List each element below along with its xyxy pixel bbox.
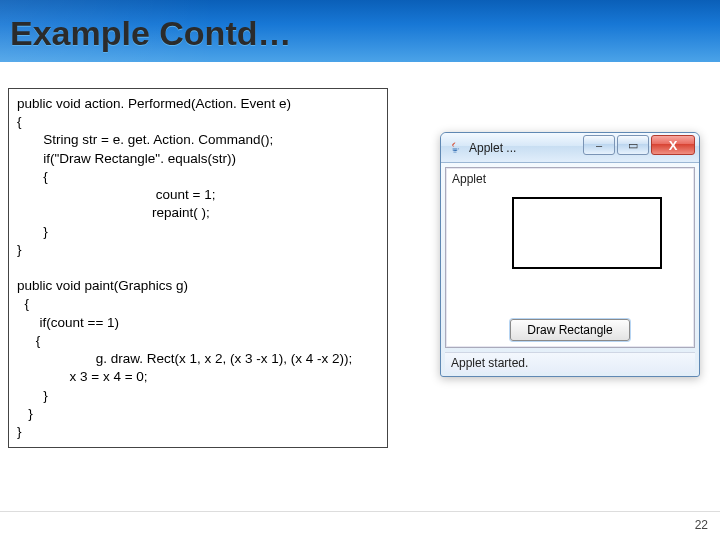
code-line: { [17,114,22,129]
draw-rectangle-button[interactable]: Draw Rectangle [510,319,629,341]
page-number: 22 [695,518,708,532]
applet-window: Applet ... – ▭ X Applet Draw Rectangle A… [440,132,700,377]
code-line: } [17,242,22,257]
code-line: count = 1; [17,187,215,202]
code-line: if(count == 1) [17,315,119,330]
code-line: } [17,388,48,403]
window-titlebar[interactable]: Applet ... – ▭ X [441,133,699,163]
minimize-button[interactable]: – [583,135,615,155]
applet-label: Applet [452,172,688,186]
close-icon: X [669,138,678,153]
applet-client-area: Applet Draw Rectangle [445,167,695,348]
drawn-rectangle [512,197,662,269]
java-icon [447,140,463,156]
code-line: { [17,169,48,184]
code-line: if("Draw Rectangle". equals(str)) [17,151,236,166]
code-line: repaint( ); [17,205,210,220]
code-line: } [17,224,48,239]
code-line: } [17,424,22,439]
footer-rule [0,511,720,512]
code-line: { [17,296,29,311]
window-buttons: – ▭ X [583,135,695,155]
close-button[interactable]: X [651,135,695,155]
code-line: g. draw. Rect(x 1, x 2, (x 3 -x 1), (x 4… [17,351,352,366]
status-bar: Applet started. [445,352,695,372]
code-line: { [17,333,40,348]
slide-body: public void action. Performed(Action. Ev… [0,62,720,540]
code-line: x 3 = x 4 = 0; [17,369,148,384]
button-row: Draw Rectangle [452,319,688,341]
code-line: String str = e. get. Action. Command(); [17,132,273,147]
maximize-icon: ▭ [628,139,638,152]
code-block: public void action. Performed(Action. Ev… [8,88,388,448]
slide-title: Example Contd… [10,4,710,62]
code-line: } [17,406,33,421]
code-line: public void action. Performed(Action. Ev… [17,96,291,111]
slide-title-bar: Example Contd… [0,0,720,62]
minimize-icon: – [596,139,602,151]
code-line: public void paint(Graphics g) [17,278,188,293]
applet-canvas[interactable] [452,189,688,289]
maximize-button[interactable]: ▭ [617,135,649,155]
